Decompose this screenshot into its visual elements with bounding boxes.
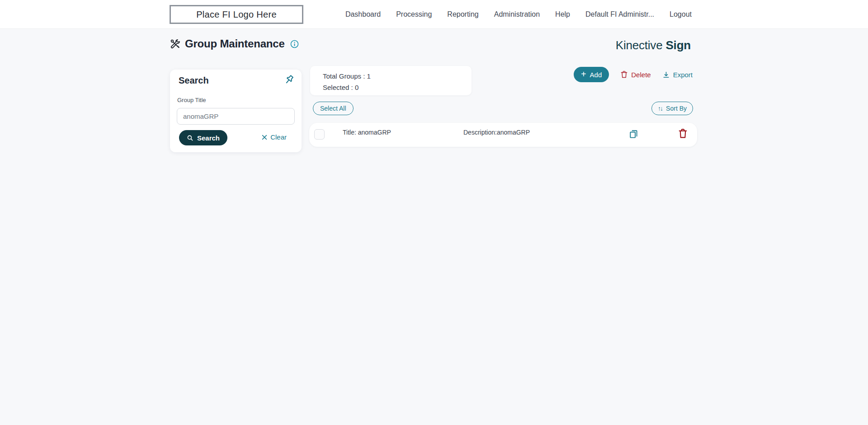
nav-item-logout[interactable]: Logout — [670, 10, 692, 19]
select-all-label: Select All — [320, 105, 346, 112]
group-row-title: Title: anomaGRP — [343, 129, 391, 136]
group-row-checkbox[interactable] — [314, 129, 325, 140]
brand-logo: Kinective Sign — [616, 38, 691, 52]
copy-icon[interactable] — [628, 129, 639, 140]
search-button[interactable]: Search — [179, 130, 227, 145]
tools-icon — [170, 38, 181, 50]
nav-item-administration[interactable]: Administration — [494, 10, 540, 19]
delete-button[interactable]: Delete — [620, 70, 651, 79]
plus-icon: + — [581, 70, 586, 79]
info-icon[interactable] — [290, 40, 299, 48]
page-header: Group Maintenance — [170, 37, 299, 50]
row-trash-icon[interactable] — [678, 128, 688, 140]
trash-icon — [620, 70, 628, 79]
nav-item-reporting[interactable]: Reporting — [447, 10, 478, 19]
select-all-button[interactable]: Select All — [313, 102, 354, 115]
add-button[interactable]: + Add — [574, 67, 609, 82]
toolbar-actions: + Add Delete Export — [574, 67, 693, 82]
sort-by-label: Sort By — [666, 105, 687, 112]
search-panel: Search Group Title Search — [170, 70, 302, 152]
page: Place FI Logo Here Dashboard Processing … — [0, 0, 868, 425]
selected-count: Selected : 0 — [323, 82, 472, 93]
group-list-row: Title: anomaGRP Description:anomaGRP — [309, 123, 697, 147]
pin-icon[interactable] — [283, 74, 295, 87]
sort-arrows-icon: ↑↓ — [658, 105, 663, 112]
delete-button-label: Delete — [631, 71, 651, 79]
nav-item-processing[interactable]: Processing — [396, 10, 432, 19]
sort-by-button[interactable]: ↑↓ Sort By — [651, 102, 693, 115]
search-button-label: Search — [197, 134, 220, 142]
nav-item-dashboard[interactable]: Dashboard — [345, 10, 381, 19]
group-row-description: Description:anomaGRP — [463, 129, 530, 136]
export-button-label: Export — [673, 71, 693, 79]
brand-product: Sign — [665, 38, 691, 52]
nav-item-help[interactable]: Help — [555, 10, 570, 19]
fi-logo-text: Place FI Logo Here — [196, 9, 277, 20]
groups-summary: Total Groups : 1 Selected : 0 — [310, 66, 472, 95]
search-panel-title: Search — [179, 75, 209, 86]
group-title-input[interactable] — [177, 108, 295, 125]
main-nav: Dashboard Processing Reporting Administr… — [345, 0, 692, 29]
group-title-label: Group Title — [177, 97, 206, 103]
top-navigation-bar: Place FI Logo Here Dashboard Processing … — [0, 0, 868, 29]
clear-button-label: Clear — [270, 133, 287, 141]
nav-user-menu[interactable]: Default FI Administr... — [585, 10, 654, 19]
add-button-label: Add — [590, 71, 602, 79]
export-button[interactable]: Export — [662, 71, 693, 79]
brand-name: Kinective — [616, 38, 663, 52]
total-groups-count: Total Groups : 1 — [323, 70, 472, 82]
fi-logo-placeholder: Place FI Logo Here — [170, 5, 303, 24]
clear-button[interactable]: Clear — [261, 133, 287, 141]
page-title: Group Maintenance — [185, 37, 285, 50]
clear-x-icon — [261, 134, 268, 140]
search-icon — [187, 135, 193, 141]
download-icon — [662, 71, 670, 79]
